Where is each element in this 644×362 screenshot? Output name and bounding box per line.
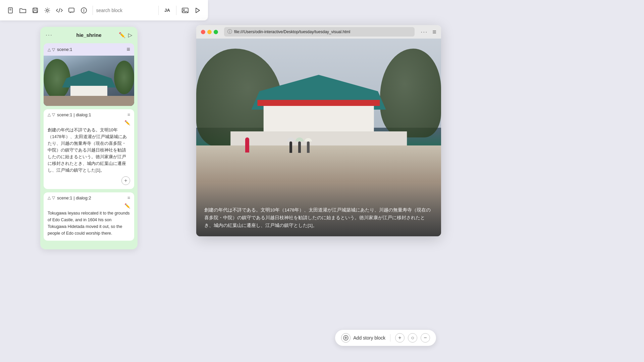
new-doc-icon[interactable]: [5, 4, 16, 16]
scene-menu-1[interactable]: ≡: [126, 46, 130, 53]
language-toggle[interactable]: JA: [162, 4, 172, 16]
svg-point-10: [84, 9, 84, 9]
pencil-icon-1[interactable]: ✏️: [124, 120, 130, 125]
dialog-text-2: Tokugawa Ieyasu relocated it to the grou…: [48, 210, 130, 237]
image-icon[interactable]: [180, 4, 191, 16]
add-button-1[interactable]: +: [121, 176, 130, 185]
search-input[interactable]: [96, 4, 155, 16]
dialog-arrow-up-1[interactable]: △: [48, 112, 51, 117]
panel-title: hie_shrine: [76, 32, 101, 38]
person-body-1: [289, 141, 292, 153]
add-story-icon: [341, 333, 351, 343]
people-group: [289, 141, 310, 153]
scene-block-1: △ ▽ scene:1 ≡: [44, 43, 134, 106]
dialog-arrows-1: △ ▽: [48, 112, 55, 117]
toolbar: JA: [0, 0, 208, 20]
scene-header-1: △ ▽ scene:1 ≡: [44, 43, 134, 56]
person-1: [289, 141, 292, 153]
traffic-light-yellow[interactable]: [207, 30, 212, 34]
scene-label-1: scene:1: [57, 47, 124, 52]
left-panel: ··· hie_shrine ✏️ ▷ △ ▽ scene:1 ≡: [40, 27, 138, 249]
dialog-arrow-up-2[interactable]: △: [48, 195, 51, 200]
play-icon[interactable]: [192, 4, 203, 16]
person-body-2: [298, 141, 301, 153]
dialog-arrow-down-2[interactable]: ▽: [52, 195, 55, 200]
shrine-roof-trim: [258, 100, 380, 106]
svg-point-6: [46, 9, 48, 11]
browser-content: 創建の年代は不詳である。文明10年（1478年）、太田道灌が江戸城築城にあたり、…: [196, 39, 441, 236]
browser-more-icon[interactable]: ···: [421, 28, 428, 36]
dialog-arrow-down-1[interactable]: ▽: [52, 112, 55, 117]
ctrl-divider: [390, 334, 390, 342]
dialog-edit-area-2: ✏️: [48, 203, 130, 208]
dialog-edit-area-1: ✏️: [48, 120, 130, 125]
shrine-white-body: [264, 104, 374, 135]
arrow-down-1[interactable]: ▽: [52, 47, 55, 52]
add-story-button[interactable]: Add story block: [341, 333, 385, 343]
scene-image-1: [44, 56, 134, 106]
add-story-label: Add story block: [353, 335, 385, 341]
scene-image-inner: [44, 56, 134, 106]
dialog-block-1: △ ▽ scene:1 | dialog:1 ≡ ✏️ 創建の年代は不詳である。…: [44, 109, 134, 189]
address-info-icon: ⓘ: [227, 29, 232, 35]
tree-right: [114, 61, 134, 94]
save-icon[interactable]: [30, 4, 40, 16]
browser-url: file:///Users/odin-interactive/Desktop/t…: [234, 29, 350, 34]
traffic-light-red[interactable]: [201, 30, 205, 34]
dialog-block-2: △ ▽ scene:1 | dialog:2 ≡ ✏️ Tokugawa Iey…: [44, 192, 134, 241]
svg-rect-5: [34, 11, 37, 12]
circle-button[interactable]: ○: [408, 333, 417, 343]
settings-icon[interactable]: [42, 4, 53, 16]
shrine-ground: [44, 96, 134, 106]
comment-icon[interactable]: [66, 4, 77, 16]
dialog-header-2: △ ▽ scene:1 | dialog:2 ≡: [48, 195, 130, 200]
person-body-3: [307, 141, 310, 153]
shrine-photo: 創建の年代は不詳である。文明10年（1478年）、太田道灌が江戸城築城にあたり、…: [196, 39, 441, 236]
person-left: [245, 137, 249, 153]
toolbar-divider2: [158, 6, 159, 15]
code-icon[interactable]: [54, 4, 65, 16]
plus-button[interactable]: +: [395, 333, 405, 343]
dialog-arrows-2: △ ▽: [48, 195, 55, 200]
person-2: [298, 141, 301, 153]
browser-address-bar[interactable]: ⓘ file:///Users/odin-interactive/Desktop…: [224, 27, 415, 37]
panel-header-icons: ✏️ ▷: [119, 32, 132, 38]
panel-header: ··· hie_shrine ✏️ ▷: [40, 27, 138, 43]
arrow-up-1[interactable]: △: [48, 47, 51, 52]
browser-menu-icon[interactable]: ≡: [432, 28, 436, 36]
panel-dots[interactable]: ···: [46, 32, 53, 39]
dialog-header-1: △ ▽ scene:1 | dialog:1 ≡: [48, 112, 130, 117]
toolbar-divider3: [176, 6, 176, 15]
info-icon[interactable]: [78, 4, 89, 16]
dialog-label-1: scene:1 | dialog:1: [57, 112, 125, 117]
browser-titlebar: ⓘ file:///Users/odin-interactive/Desktop…: [196, 25, 441, 39]
run-icon[interactable]: ▷: [128, 32, 132, 38]
dialog-add-1: +: [48, 176, 130, 185]
svg-rect-7: [69, 8, 74, 12]
minus-button[interactable]: −: [421, 333, 430, 343]
shrine-roof: [62, 71, 116, 87]
svg-marker-13: [196, 8, 200, 13]
toolbar-divider: [93, 6, 93, 15]
traffic-light-green[interactable]: [214, 30, 218, 34]
dialog-edit-icon-2[interactable]: ≡: [127, 195, 130, 200]
edit-icon[interactable]: ✏️: [119, 32, 125, 38]
browser-window: ⓘ file:///Users/odin-interactive/Desktop…: [196, 25, 441, 236]
person-3: [307, 141, 310, 153]
dialog-label-2: scene:1 | dialog:2: [57, 195, 125, 200]
photo-caption: 創建の年代は不詳である。文明10年（1478年）、太田道灌が江戸城築城にあたり、…: [204, 206, 433, 230]
pencil-icon-2[interactable]: ✏️: [124, 203, 130, 208]
dialog-edit-icon-1[interactable]: ≡: [127, 112, 130, 117]
svg-point-12: [183, 9, 184, 10]
scene-arrows-1: △ ▽: [48, 47, 55, 52]
dialog-text-1: 創建の年代は不詳である。文明10年（1478年）、太田道灌が江戸城築城にあたり、…: [48, 127, 130, 174]
bottom-controls: Add story block + ○ −: [335, 330, 436, 346]
folder-icon[interactable]: [17, 4, 28, 16]
svg-rect-0: [8, 8, 12, 13]
